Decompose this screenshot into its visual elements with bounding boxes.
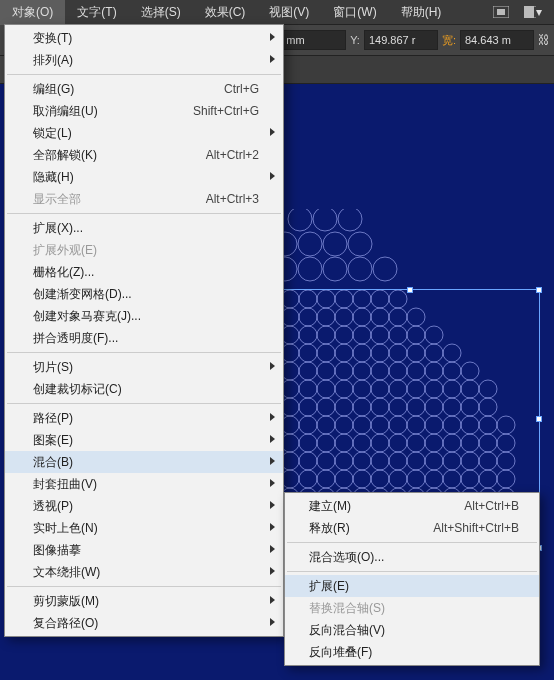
menu-item-label: 混合(B) [33,454,259,471]
submenu-arrow-icon [270,567,275,575]
blend-submenu-item-7[interactable]: 反向混合轴(V) [285,619,539,641]
object-menu-item-17[interactable]: 切片(S) [5,356,283,378]
object-menu-item-11: 扩展外观(E) [5,239,283,261]
shortcut-label: Alt+Ctrl+B [464,499,519,513]
menu-item-label: 反向混合轴(V) [309,622,519,639]
menu-item-label: 隐藏(H) [33,169,259,186]
submenu-arrow-icon [270,545,275,553]
menu-选择[interactable]: 选择(S) [129,0,193,25]
blend-submenu-item-8[interactable]: 反向堆叠(F) [285,641,539,663]
menu-效果[interactable]: 效果(C) [193,0,258,25]
object-menu-item-26[interactable]: 图像描摹 [5,539,283,561]
menu-item-label: 全部解锁(K) [33,147,206,164]
menu-item-label: 创建渐变网格(D)... [33,286,259,303]
object-menu-separator [7,74,281,75]
shortcut-label: Shift+Ctrl+G [193,104,259,118]
menu-item-label: 栅格化(Z)... [33,264,259,281]
menu-帮助[interactable]: 帮助(H) [389,0,454,25]
menu-item-label: 路径(P) [33,410,259,427]
submenu-arrow-icon [270,457,275,465]
menu-item-label: 变换(T) [33,30,259,47]
menu-item-label: 文本绕排(W) [33,564,259,581]
svg-rect-199 [497,9,505,15]
object-menu-item-6[interactable]: 全部解锁(K)Alt+Ctrl+2 [5,144,283,166]
submenu-arrow-icon [270,523,275,531]
object-menu-item-4[interactable]: 取消编组(U)Shift+Ctrl+G [5,100,283,122]
object-menu-item-30[interactable]: 复合路径(O) [5,612,283,634]
object-menu-item-15[interactable]: 拼合透明度(F)... [5,327,283,349]
object-menu-item-10[interactable]: 扩展(X)... [5,217,283,239]
object-menu-item-3[interactable]: 编组(G)Ctrl+G [5,78,283,100]
object-menu-item-23[interactable]: 封套扭曲(V) [5,473,283,495]
blend-submenu: 建立(M)Alt+Ctrl+B释放(R)Alt+Shift+Ctrl+B混合选项… [284,492,540,666]
menu-item-label: 拼合透明度(F)... [33,330,259,347]
menu-item-label: 替换混合轴(S) [309,600,519,617]
object-menu-item-21[interactable]: 图案(E) [5,429,283,451]
submenu-arrow-icon [270,413,275,421]
handle-e[interactable] [536,416,542,422]
menu-视图[interactable]: 视图(V) [257,0,321,25]
menu-item-label: 反向堆叠(F) [309,644,519,661]
submenu-arrow-icon [270,501,275,509]
menu-对象[interactable]: 对象(O) [0,0,65,25]
submenu-arrow-icon [270,479,275,487]
svg-point-11 [373,257,397,281]
svg-point-2 [338,209,362,231]
menu-item-label: 编组(G) [33,81,224,98]
menu-item-label: 建立(M) [309,498,464,515]
window-icon-1[interactable] [492,3,510,21]
menu-窗口[interactable]: 窗口(W) [321,0,388,25]
object-menu-separator [7,586,281,587]
menu-item-label: 封套扭曲(V) [33,476,259,493]
object-menu-item-12[interactable]: 栅格化(Z)... [5,261,283,283]
shortcut-label: Alt+Shift+Ctrl+B [433,521,519,535]
menu-item-label: 创建裁切标记(C) [33,381,259,398]
object-menu-item-5[interactable]: 锁定(L) [5,122,283,144]
menubar: 对象(O)文字(T)选择(S)效果(C)视图(V)窗口(W)帮助(H) ▾ [0,0,554,24]
object-menu-separator [7,352,281,353]
blend-submenu-item-5[interactable]: 扩展(E) [285,575,539,597]
handle-ne[interactable] [536,287,542,293]
menu-文字[interactable]: 文字(T) [65,0,128,25]
blend-submenu-item-1[interactable]: 释放(R)Alt+Shift+Ctrl+B [285,517,539,539]
w-field[interactable]: 84.643 m [460,30,534,50]
object-menu-item-13[interactable]: 创建渐变网格(D)... [5,283,283,305]
menu-item-label: 复合路径(O) [33,615,259,632]
object-menu-item-22[interactable]: 混合(B) [5,451,283,473]
window-icon-2[interactable]: ▾ [524,3,542,21]
handle-n[interactable] [407,287,413,293]
submenu-arrow-icon [270,596,275,604]
link-icon[interactable]: ⛓ [538,33,550,47]
object-menu-item-18[interactable]: 创建裁切标记(C) [5,378,283,400]
object-menu-separator [7,213,281,214]
object-menu: 变换(T)排列(A)编组(G)Ctrl+G取消编组(U)Shift+Ctrl+G… [4,24,284,637]
w-label: 宽: [442,33,456,48]
blend-submenu-separator [287,571,537,572]
object-menu-separator [7,403,281,404]
menu-item-label: 扩展(X)... [33,220,259,237]
object-menu-item-1[interactable]: 排列(A) [5,49,283,71]
menu-item-label: 创建对象马赛克(J)... [33,308,259,325]
blend-submenu-item-3[interactable]: 混合选项(O)... [285,546,539,568]
svg-point-1 [313,209,337,231]
svg-point-8 [298,257,322,281]
object-menu-item-0[interactable]: 变换(T) [5,27,283,49]
blend-submenu-item-0[interactable]: 建立(M)Alt+Ctrl+B [285,495,539,517]
object-menu-item-27[interactable]: 文本绕排(W) [5,561,283,583]
menu-item-label: 锁定(L) [33,125,259,142]
object-menu-item-7[interactable]: 隐藏(H) [5,166,283,188]
menu-item-label: 切片(S) [33,359,259,376]
object-menu-item-20[interactable]: 路径(P) [5,407,283,429]
menu-item-label: 剪切蒙版(M) [33,593,259,610]
object-menu-item-29[interactable]: 剪切蒙版(M) [5,590,283,612]
submenu-arrow-icon [270,55,275,63]
y-field[interactable]: 149.867 r [364,30,438,50]
object-menu-item-25[interactable]: 实时上色(N) [5,517,283,539]
svg-point-5 [323,232,347,256]
object-menu-item-8: 显示全部Alt+Ctrl+3 [5,188,283,210]
submenu-arrow-icon [270,618,275,626]
object-menu-item-14[interactable]: 创建对象马赛克(J)... [5,305,283,327]
menu-item-label: 扩展外观(E) [33,242,259,259]
menu-item-label: 图案(E) [33,432,259,449]
object-menu-item-24[interactable]: 透视(P) [5,495,283,517]
